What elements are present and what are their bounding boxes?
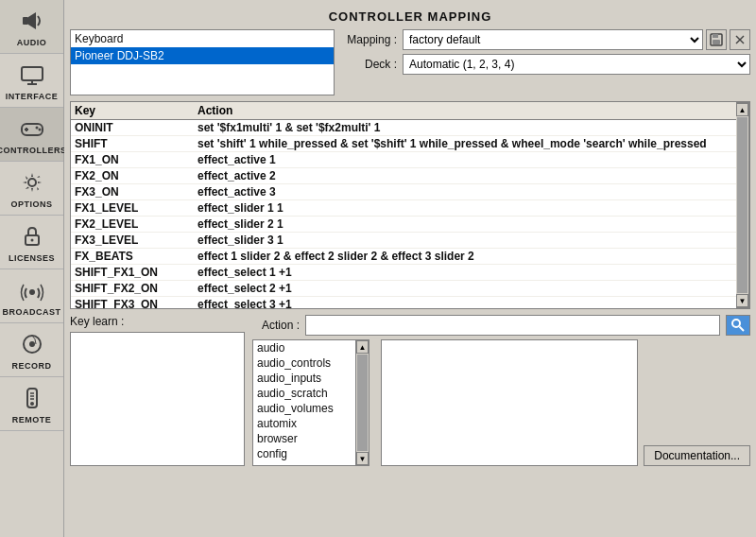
table-row[interactable]: SHIFT_FX2_ONeffect_select 2 +1 <box>71 281 736 297</box>
table-cell-action: effect_active 3 <box>198 185 732 199</box>
table-cell-key: FX1_LEVEL <box>75 201 198 215</box>
table-row[interactable]: FX_BEATSeffect 1 slider 2 & effect 2 sli… <box>71 249 736 265</box>
action-bottom: audioaudio_controlsaudio_inputsaudio_scr… <box>252 339 750 466</box>
svg-rect-0 <box>23 17 28 25</box>
table-cell-action: set '$fx1multi' 1 & set '$fx2multi' 1 <box>198 121 732 134</box>
action-row: Action : <box>252 315 750 336</box>
sidebar-label-licenses: LICENSES <box>9 253 55 263</box>
action-scroll-thumb[interactable] <box>357 355 368 451</box>
table-cell-action: effect_slider 1 1 <box>198 201 732 215</box>
key-learn-section: Key learn : <box>70 315 245 466</box>
action-scroll-down[interactable]: ▼ <box>356 452 369 465</box>
action-detail <box>381 339 638 466</box>
action-list-item[interactable]: config <box>253 446 355 461</box>
table-cell-action: set 'shift' 1 while_pressed & set '$shif… <box>198 137 732 150</box>
key-learn-box[interactable] <box>70 332 245 466</box>
table-scrollbar[interactable]: ▲ ▼ <box>736 102 749 308</box>
table-cell-key: SHIFT_FX2_ON <box>75 282 198 295</box>
sidebar-label-options: OPTIONS <box>10 199 52 209</box>
col-action-header: Action <box>198 104 732 117</box>
table-cell-action: effect_slider 2 1 <box>198 217 732 231</box>
action-list-scrollbar[interactable]: ▲ ▼ <box>356 339 369 466</box>
monitor-icon <box>17 60 47 90</box>
action-list-item[interactable]: audio_inputs <box>253 371 355 386</box>
scroll-down-arrow[interactable]: ▼ <box>736 294 748 307</box>
svg-point-16 <box>29 341 35 347</box>
table-row[interactable]: FX1_LEVELeffect_slider 1 1 <box>71 200 736 217</box>
table-cell-action: effect_slider 3 1 <box>198 234 732 247</box>
scroll-up-arrow[interactable]: ▲ <box>736 103 748 116</box>
remote-icon <box>17 383 47 413</box>
gamepad-icon <box>17 113 47 144</box>
table-cell-key: FX2_LEVEL <box>75 217 198 231</box>
mapping-close-button[interactable] <box>730 29 750 50</box>
table-row[interactable]: ONINITset '$fx1multi' 1 & set '$fx2multi… <box>71 120 736 136</box>
action-list-wrap: audioaudio_controlsaudio_inputsaudio_scr… <box>252 339 375 466</box>
action-list-item[interactable]: audio_volumes <box>253 401 355 416</box>
table-cell-key: FX3_LEVEL <box>75 234 198 247</box>
controller-list[interactable]: Keyboard Pioneer DDJ-SB2 <box>70 29 335 95</box>
action-list-item[interactable]: browser <box>253 431 355 446</box>
action-list-item[interactable]: automix <box>253 416 355 431</box>
sidebar-item-licenses[interactable]: LICENSES <box>0 216 63 269</box>
action-list-item[interactable]: audio <box>253 340 355 355</box>
table-cell-key: FX2_ON <box>75 169 198 182</box>
deck-select[interactable]: Automatic (1, 2, 3, 4) Deck 1 Deck 2 Dec… <box>403 54 750 75</box>
top-panel: Keyboard Pioneer DDJ-SB2 Mapping : facto… <box>70 29 750 95</box>
mapping-row: Mapping : factory default custom <box>340 29 750 50</box>
table-row[interactable]: FX3_ONeffect_active 3 <box>71 184 736 200</box>
mapping-select[interactable]: factory default custom <box>403 29 703 50</box>
sidebar-item-remote[interactable]: REMOTE <box>0 377 63 431</box>
action-input[interactable] <box>305 315 720 336</box>
table-container: Key Action ONINITset '$fx1multi' 1 & set… <box>71 102 736 308</box>
table-cell-action: effect_select 2 +1 <box>198 282 732 295</box>
table-cell-action: effect_active 1 <box>198 153 732 166</box>
music-icon <box>17 329 47 359</box>
table-row[interactable]: FX2_ONeffect_active 2 <box>71 168 736 184</box>
sidebar-item-audio[interactable]: AUDIO <box>0 0 63 54</box>
action-search-button[interactable] <box>726 315 750 336</box>
sidebar-item-broadcast[interactable]: BROADCAST <box>0 269 63 323</box>
table-row[interactable]: FX3_LEVELeffect_slider 3 1 <box>71 233 736 249</box>
table-row[interactable]: FX2_LEVELeffect_slider 2 1 <box>71 217 736 233</box>
table-cell-key: SHIFT <box>75 137 198 150</box>
sidebar-label-interface: INTERFACE <box>6 92 59 101</box>
action-scroll-up[interactable]: ▲ <box>356 340 369 354</box>
table-cell-key: FX1_ON <box>75 153 198 166</box>
table-row[interactable]: SHIFT_FX1_ONeffect_select 1 +1 <box>71 265 736 281</box>
table-cell-key: FX3_ON <box>75 185 198 199</box>
action-list[interactable]: audioaudio_controlsaudio_inputsaudio_scr… <box>252 339 356 466</box>
table-row[interactable]: SHIFTset 'shift' 1 while_pressed & set '… <box>71 136 736 152</box>
table-row[interactable]: SHIFT_FX3_ONeffect_select 3 +1 <box>71 297 736 308</box>
table-cell-action: effect_active 2 <box>198 169 732 182</box>
scroll-thumb[interactable] <box>737 117 747 293</box>
table-cell-key: SHIFT_FX3_ON <box>75 298 198 308</box>
sidebar-label-broadcast: BROADCAST <box>3 307 61 317</box>
doc-btn-container: Documentation... <box>644 339 750 466</box>
svg-point-18 <box>30 402 34 406</box>
mapping-label: Mapping : <box>340 33 397 46</box>
action-list-item[interactable]: audio_scratch <box>253 386 355 401</box>
svg-point-9 <box>35 127 38 130</box>
key-learn-label: Key learn : <box>70 315 245 328</box>
controller-keyboard[interactable]: Keyboard <box>71 30 334 47</box>
action-list-item[interactable]: audio_controls <box>253 355 355 371</box>
svg-rect-23 <box>713 34 718 38</box>
documentation-button[interactable]: Documentation... <box>644 445 750 466</box>
sidebar-item-controllers[interactable]: CONTROLLERS <box>0 108 63 162</box>
speaker-icon <box>17 6 47 36</box>
svg-line-28 <box>740 327 745 332</box>
col-key-header: Key <box>75 104 198 117</box>
mapping-save-button[interactable] <box>706 29 727 50</box>
sidebar-item-interface[interactable]: INTERFACE <box>0 54 63 108</box>
bottom-panel: Key learn : Action : audioaudio_controls… <box>70 315 750 466</box>
deck-label: Deck : <box>340 58 397 71</box>
controller-pioneer-ddj-sb2[interactable]: Pioneer DDJ-SB2 <box>71 47 334 64</box>
sidebar-item-options[interactable]: OPTIONS <box>0 162 63 216</box>
sidebar: AUDIO INTERFACE CONTROLLERS <box>0 0 64 537</box>
table-row[interactable]: FX1_ONeffect_active 1 <box>71 152 736 168</box>
svg-point-14 <box>29 289 35 295</box>
table-body: ONINITset '$fx1multi' 1 & set '$fx2multi… <box>71 120 736 308</box>
action-section: Action : audioaudio_controlsaudio_inputs… <box>252 315 750 466</box>
sidebar-item-record[interactable]: RECORD <box>0 323 63 377</box>
